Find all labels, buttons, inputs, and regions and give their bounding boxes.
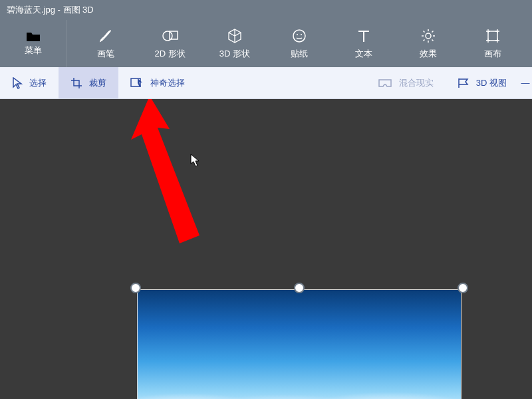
menu-button[interactable]: 菜单: [0, 20, 66, 67]
svg-point-3: [297, 34, 298, 35]
svg-point-5: [426, 33, 431, 39]
view3d-label: 3D 视图: [476, 77, 507, 89]
folder-icon: [26, 31, 41, 45]
stickers-label: 贴纸: [291, 48, 308, 60]
shape2d-icon: [162, 28, 179, 44]
text-tool[interactable]: 文本: [337, 20, 390, 67]
canvas-icon: [485, 28, 501, 44]
mouse-cursor: [190, 154, 200, 170]
svg-point-2: [293, 30, 305, 42]
crop-label: 裁剪: [89, 77, 106, 89]
svg-marker-9: [191, 154, 199, 166]
title-bar: 碧海蓝天.jpg - 画图 3D: [0, 0, 532, 20]
mixed-reality-button: 混合现实: [366, 67, 446, 98]
svg-point-4: [301, 34, 302, 35]
annotation-arrow: [130, 99, 209, 251]
effects-label: 效果: [420, 48, 437, 60]
pointer-icon: [12, 77, 23, 89]
image-content: [138, 290, 461, 399]
magic-select-label: 神奇选择: [150, 77, 185, 89]
resize-handle-tm[interactable]: [294, 283, 305, 293]
svg-marker-8: [131, 99, 200, 243]
magic-select-icon: [130, 78, 144, 88]
shape3d-tool[interactable]: 3D 形状: [208, 20, 261, 67]
select-label: 选择: [29, 77, 47, 89]
effects-icon: [420, 28, 436, 44]
sticker-icon: [291, 28, 307, 44]
shape2d-label: 2D 形状: [155, 48, 186, 60]
brush-icon: [98, 28, 114, 44]
canvas-area[interactable]: [0, 99, 532, 399]
canvas-tool[interactable]: 画布: [466, 20, 519, 67]
svg-rect-6: [488, 31, 497, 41]
ribbon-tools: 画笔 2D 形状 3D 形状 贴纸 文本: [66, 20, 532, 67]
magic-select-button[interactable]: 神奇选择: [118, 67, 197, 98]
menu-label: 菜单: [25, 45, 42, 57]
sub-toolbar: 选择 裁剪 神奇选择 混合现实 3D 视图 —: [0, 67, 532, 99]
text-label: 文本: [355, 48, 372, 60]
canvas-label: 画布: [484, 48, 501, 60]
effects-tool[interactable]: 效果: [402, 20, 455, 67]
selection-box[interactable]: [126, 279, 472, 399]
vr-icon: [378, 78, 392, 88]
select-button[interactable]: 选择: [0, 67, 59, 98]
brush-label: 画笔: [97, 48, 114, 60]
stickers-tool[interactable]: 贴纸: [273, 20, 326, 67]
brush-tool[interactable]: 画笔: [79, 20, 132, 67]
ribbon: 菜单 画笔 2D 形状 3D 形状 贴纸: [0, 20, 532, 67]
shape2d-tool[interactable]: 2D 形状: [144, 20, 197, 67]
canvas-image[interactable]: [137, 289, 462, 399]
overflow-button[interactable]: —: [519, 78, 532, 88]
view3d-button[interactable]: 3D 视图: [446, 67, 519, 98]
crop-icon: [70, 77, 82, 89]
crop-button[interactable]: 裁剪: [59, 67, 118, 98]
window-title: 碧海蓝天.jpg - 画图 3D: [7, 4, 94, 16]
flag-icon: [458, 78, 469, 88]
resize-handle-tl[interactable]: [130, 283, 141, 293]
cube-icon: [227, 28, 243, 44]
resize-handle-tr[interactable]: [458, 283, 468, 293]
text-icon: [356, 28, 371, 44]
mixed-reality-label: 混合现实: [399, 77, 434, 89]
shape3d-label: 3D 形状: [219, 48, 250, 60]
